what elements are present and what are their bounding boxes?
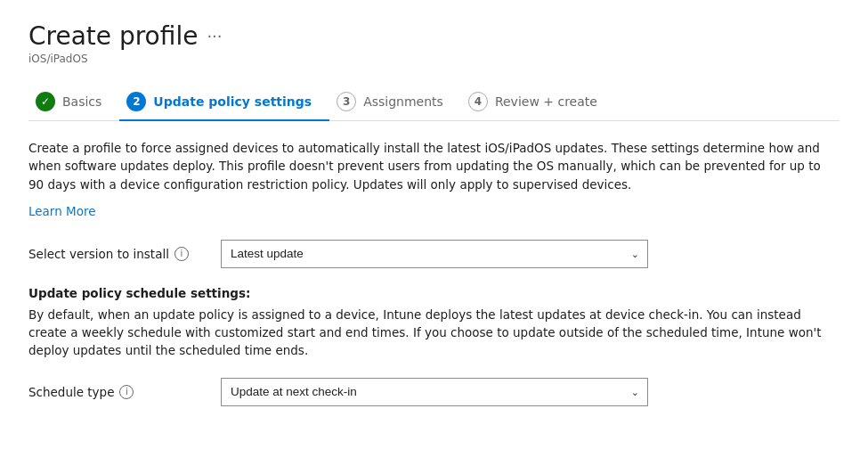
more-options-icon[interactable]: ··· [207, 27, 222, 45]
step-update-policy[interactable]: 2 Update policy settings [119, 83, 329, 120]
version-form-row: Select version to install i Latest updat… [28, 240, 840, 268]
schedule-description: By default, when an update policy is ass… [28, 306, 830, 360]
step-review-create[interactable]: 4 Review + create [461, 83, 615, 120]
step-update-policy-circle: 2 [126, 92, 146, 111]
step-update-policy-label: Update policy settings [153, 94, 312, 109]
description-text: Create a profile to force assigned devic… [28, 139, 830, 193]
version-label: Select version to install i [28, 247, 207, 261]
step-basics[interactable]: ✓ Basics [28, 83, 119, 120]
step-basics-label: Basics [62, 94, 101, 109]
version-select[interactable]: Latest update iOS 17 iOS 16 iOS 15 [221, 240, 648, 268]
stepper: ✓ Basics 2 Update policy settings 3 Assi… [28, 83, 840, 121]
schedule-heading: Update policy schedule settings: [28, 286, 840, 300]
page-header: Create profile ··· iOS/iPadOS [28, 21, 840, 65]
step-assignments-circle: 3 [337, 92, 356, 111]
schedule-type-form-row: Schedule type i Update at next check-in … [28, 378, 840, 406]
step-review-create-circle: 4 [468, 92, 488, 111]
version-select-wrapper: Latest update iOS 17 iOS 16 iOS 15 ⌄ [221, 240, 648, 268]
page-title: Create profile [28, 21, 198, 51]
step-assignments[interactable]: 3 Assignments [329, 83, 461, 120]
step-assignments-label: Assignments [363, 94, 443, 109]
version-info-icon[interactable]: i [174, 247, 189, 261]
step-review-create-label: Review + create [495, 94, 597, 109]
schedule-type-select-wrapper: Update at next check-in Update during sc… [221, 378, 648, 406]
learn-more-link[interactable]: Learn More [28, 204, 96, 218]
step-basics-circle: ✓ [36, 92, 55, 111]
schedule-section: Update policy schedule settings: By defa… [28, 286, 840, 360]
schedule-type-select[interactable]: Update at next check-in Update during sc… [221, 378, 648, 406]
schedule-type-info-icon[interactable]: i [119, 385, 134, 399]
page-subtitle: iOS/iPadOS [28, 53, 840, 65]
schedule-type-label: Schedule type i [28, 385, 207, 399]
